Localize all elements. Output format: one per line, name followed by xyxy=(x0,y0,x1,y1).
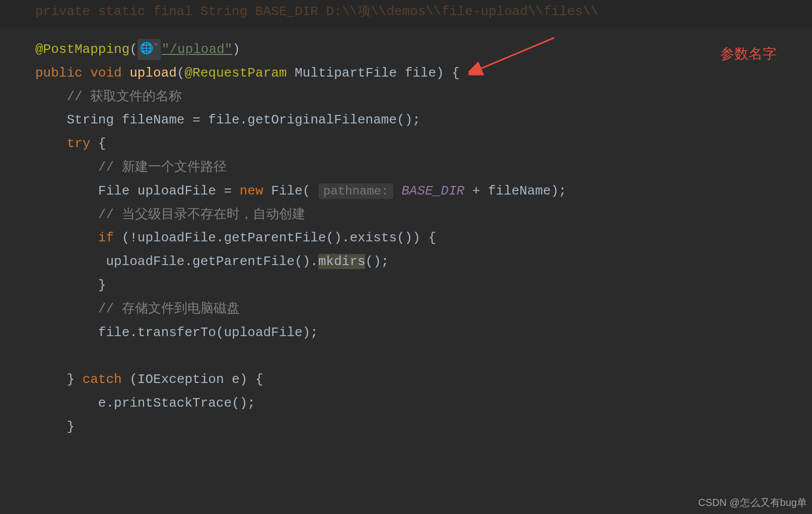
line-postmapping[interactable]: @PostMapping(🌐˅"/upload") xyxy=(35,38,812,61)
brace-close: } xyxy=(66,419,75,434)
line-new-file[interactable]: File uploadFile = new File( pathname: BA… xyxy=(35,179,812,203)
line-comment-3[interactable]: // 当父级目录不存在时，自动创建 xyxy=(35,203,812,227)
brace-close: } xyxy=(98,278,106,293)
equals: = xyxy=(192,112,200,127)
line-blank[interactable] xyxy=(35,344,812,368)
globe-icon[interactable]: 🌐˅ xyxy=(138,39,161,60)
type-string: String xyxy=(66,112,114,127)
keyword-catch: catch xyxy=(83,372,122,387)
line-method-signature[interactable]: public void upload(@RequestParam Multipa… xyxy=(35,61,812,85)
printstacktrace: e.printStackTrace(); xyxy=(98,396,255,411)
keyword-void: void xyxy=(90,66,121,81)
comment-new-path: // 新建一个文件路径 xyxy=(98,160,227,175)
url-string[interactable]: "/upload" xyxy=(162,42,232,57)
plus: + xyxy=(472,183,480,199)
dimmed-previous-line: private static final String BASE_DIR D:\… xyxy=(0,0,812,30)
paren-close: ) xyxy=(232,42,240,57)
line-comment-1[interactable]: // 获取文件的名称 xyxy=(35,85,812,109)
line-printstack[interactable]: e.printStackTrace(); xyxy=(35,392,812,415)
equals: = xyxy=(224,183,232,199)
param-hint-pathname: pathname: xyxy=(318,183,394,199)
line-transferto[interactable]: file.transferTo(uploadFile); xyxy=(35,321,812,345)
ctor-file: File xyxy=(271,183,302,199)
var-uploadfile: uploadFile xyxy=(138,183,216,199)
keyword-if: if xyxy=(98,230,114,245)
try-brace-close: } xyxy=(66,372,75,387)
type-file: File xyxy=(98,183,129,199)
catch-params: (IOException e) { xyxy=(129,372,263,387)
paren-open: ( xyxy=(177,66,185,81)
type-multipartfile: MultipartFile xyxy=(295,66,397,81)
mkdirs-rest: (); xyxy=(365,254,389,269)
annotation-requestparam: @RequestParam xyxy=(185,66,287,81)
annotation-param-name-label: 参数名字 xyxy=(720,41,777,67)
paren-open: ( xyxy=(303,183,311,199)
watermark: CSDN @怎么又有bug单 xyxy=(698,493,807,511)
keyword-public: public xyxy=(35,66,83,81)
if-condition: (!uploadFile.getParentFile().exists()) { xyxy=(122,230,436,245)
mkdirs-highlighted: mkdirs xyxy=(318,254,366,269)
line-try[interactable]: try { xyxy=(35,132,812,156)
comment-store-disk: // 存储文件到电脑磁盘 xyxy=(98,301,240,316)
method-upload: upload xyxy=(129,66,177,81)
code-editor[interactable]: @PostMapping(🌐˅"/upload") public void up… xyxy=(0,30,812,439)
line-comment-2[interactable]: // 新建一个文件路径 xyxy=(35,156,812,179)
line-catch[interactable]: } catch (IOException e) { xyxy=(35,368,812,392)
transferto-call: file.transferTo(uploadFile); xyxy=(98,325,318,340)
line-mkdirs[interactable]: uploadFile.getParentFile().mkdirs(); xyxy=(35,250,812,274)
comment-filename: // 获取文件的名称 xyxy=(66,89,182,104)
param-file: file xyxy=(404,66,436,81)
constant-basedir: BASE_DIR xyxy=(401,183,464,199)
paren-close-brace: ) { xyxy=(436,66,460,81)
var-filename-ref: fileName xyxy=(488,183,551,199)
line-if-close[interactable]: } xyxy=(35,274,812,297)
comment-parent-dir: // 当父级目录不存在时，自动创建 xyxy=(98,207,305,222)
line-string-filename[interactable]: String fileName = file.getOriginalFilena… xyxy=(35,108,812,132)
keyword-new: new xyxy=(240,183,263,199)
keyword-try: try xyxy=(66,136,90,151)
line-if[interactable]: if (!uploadFile.getParentFile().exists()… xyxy=(35,226,812,250)
line-catch-close[interactable]: } xyxy=(35,415,812,439)
paren-open: ( xyxy=(129,42,138,57)
mkdirs-call-prefix: uploadFile.getParentFile(). xyxy=(106,254,318,269)
paren-close: ); xyxy=(551,183,567,199)
get-original-filename: file.getOriginalFilename(); xyxy=(208,112,420,127)
var-filename: fileName xyxy=(122,112,185,127)
brace-open: { xyxy=(98,136,106,151)
annotation-postmapping: @PostMapping xyxy=(35,42,129,57)
line-comment-4[interactable]: // 存储文件到电脑磁盘 xyxy=(35,297,812,321)
